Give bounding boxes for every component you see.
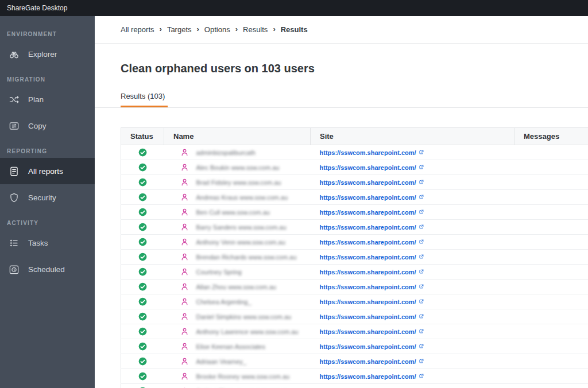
external-link-icon	[419, 209, 424, 216]
success-check-icon	[138, 327, 147, 336]
site-link[interactable]: https://sswcom.sharepoint.com/	[318, 239, 424, 246]
section-label-reporting: REPORTING	[0, 139, 95, 158]
sidebar-item-label: Explorer	[28, 50, 57, 59]
message-cell	[514, 309, 588, 324]
table-row[interactable]: Courtney Spring https://sswcom.sharepoin…	[121, 265, 588, 280]
breadcrumb-options[interactable]: Options	[204, 25, 230, 34]
site-link[interactable]: https://sswcom.sharepoint.com/	[318, 373, 424, 380]
column-header-messages[interactable]: Messages	[514, 128, 588, 145]
user-name: Alec Boukin www.ssw.com.au	[196, 164, 280, 171]
success-check-icon	[138, 312, 147, 321]
external-link-icon	[419, 343, 424, 350]
external-link-icon	[419, 328, 424, 335]
table-row[interactable]: Anthony Lawrence www.ssw.com.au https://…	[121, 324, 588, 339]
site-link[interactable]: https://sswcom.sharepoint.com/	[318, 179, 424, 186]
name-cell: Brendan Richards www.ssw.com.au	[164, 250, 311, 265]
sidebar-item-tasks[interactable]: Tasks	[0, 230, 95, 256]
external-link-icon	[419, 179, 424, 186]
message-cell	[514, 265, 588, 280]
status-cell	[121, 265, 164, 280]
message-cell	[514, 294, 588, 309]
site-link[interactable]: https://sswcom.sharepoint.com/	[318, 254, 424, 261]
table-row[interactable]: Brad Fidsley www.ssw.com.au https://sswc…	[121, 175, 588, 190]
site-link[interactable]: https://sswcom.sharepoint.com/	[318, 328, 424, 335]
tab-bar: Results (103)	[95, 91, 588, 107]
message-cell	[514, 220, 588, 235]
user-name: Courtney Spring	[196, 269, 242, 276]
site-cell: https://sswcom.sharepoint.com/	[311, 280, 514, 294]
shuffle-icon	[9, 94, 20, 105]
sidebar-item-security[interactable]: Security	[0, 184, 95, 211]
table-row[interactable]: Daniel Simpkins www.ssw.com.au https://s…	[121, 309, 588, 324]
site-link[interactable]: https://sswcom.sharepoint.com/	[318, 164, 424, 171]
site-link[interactable]: https://sswcom.sharepoint.com/	[318, 284, 424, 290]
site-link[interactable]: https://sswcom.sharepoint.com/	[318, 298, 424, 305]
chevron-right-icon: ›	[235, 25, 238, 33]
person-icon	[180, 178, 189, 187]
site-cell: https://sswcom.sharepoint.com/	[311, 190, 514, 205]
table-row[interactable]: Alec Boukin www.ssw.com.au https://sswco…	[121, 160, 588, 175]
external-link-icon	[419, 373, 424, 380]
table-row[interactable]: Brooke Rooney www.ssw.com.au https://ssw…	[121, 369, 588, 384]
site-link[interactable]: https://sswcom.sharepoint.com/	[318, 149, 424, 156]
message-cell	[514, 280, 588, 294]
user-name: Brad Fidsley www.ssw.com.au	[196, 179, 281, 186]
sidebar-item-all-reports[interactable]: All reports	[0, 158, 95, 184]
site-link-text: https://sswcom.sharepoint.com/	[320, 179, 416, 186]
app-title: ShareGate Desktop	[7, 4, 67, 12]
table-row[interactable]: Andreas Kraus www.ssw.com.au https://ssw…	[121, 190, 588, 205]
name-cell: Alec Boukin www.ssw.com.au	[164, 160, 311, 175]
table-row[interactable]: Barry Sanders www.ssw.com.au https://ssw…	[121, 220, 588, 235]
site-link[interactable]: https://sswcom.sharepoint.com/	[318, 269, 424, 276]
table-row[interactable]: Allan Zhou www.ssw.com.au https://sswcom…	[121, 280, 588, 294]
column-header-name[interactable]: Name	[164, 128, 311, 145]
table-row[interactable]: adminbizspaliburcath https://sswcom.shar…	[121, 145, 588, 160]
sidebar-item-scheduled[interactable]: Scheduled	[0, 256, 95, 282]
table-row[interactable]: Adriaan Vearney_ https://sswcom.sharepoi…	[121, 354, 588, 369]
tab-active-indicator	[121, 106, 168, 107]
binoculars-icon	[9, 49, 20, 60]
table-row[interactable]: Anthony Venn www.ssw.com.au https://sswc…	[121, 235, 588, 250]
external-link-icon	[419, 254, 424, 261]
breadcrumb-results[interactable]: Results	[243, 25, 268, 34]
site-link[interactable]: https://sswcom.sharepoint.com/	[318, 224, 424, 231]
tab-results[interactable]: Results (103)	[121, 92, 165, 107]
column-header-status[interactable]: Status	[121, 128, 164, 145]
table-row[interactable]: Brendan Richards www.ssw.com.au https://…	[121, 250, 588, 265]
site-link[interactable]: https://sswcom.sharepoint.com/	[318, 313, 424, 320]
site-link-text: https://sswcom.sharepoint.com/	[320, 164, 416, 171]
person-icon	[180, 342, 189, 351]
breadcrumb-targets[interactable]: Targets	[167, 25, 192, 34]
site-link[interactable]: https://sswcom.sharepoint.com/	[318, 209, 424, 216]
person-icon	[180, 297, 189, 306]
results-table: Status Name Site Messages adminbizspalib…	[121, 127, 588, 388]
table-row[interactable]: Ben Cull www.ssw.com.au https://sswcom.s…	[121, 205, 588, 220]
sidebar-item-explorer[interactable]: Explorer	[0, 41, 95, 67]
name-cell: Anthony Venn www.ssw.com.au	[164, 235, 311, 250]
sidebar-item-copy[interactable]: Copy	[0, 112, 95, 139]
site-link[interactable]: https://sswcom.sharepoint.com/	[318, 194, 424, 201]
external-link-icon	[419, 358, 424, 365]
user-name: Daniel Simpkins www.ssw.com.au	[196, 313, 292, 320]
site-link-text: https://sswcom.sharepoint.com/	[320, 254, 416, 261]
site-link[interactable]: https://sswcom.sharepoint.com/	[318, 343, 424, 350]
site-link[interactable]: https://sswcom.sharepoint.com/	[318, 358, 424, 365]
table-row[interactable]: Chelsea Argenting_ https://sswcom.sharep…	[121, 294, 588, 309]
column-header-site[interactable]: Site	[311, 128, 514, 145]
sidebar-item-plan[interactable]: Plan	[0, 86, 95, 112]
name-cell: Barry Sanders www.ssw.com.au	[164, 220, 311, 235]
person-icon	[180, 223, 189, 231]
page-title: Clean orphaned users on 103 users	[121, 62, 588, 75]
site-link-text: https://sswcom.sharepoint.com/	[320, 224, 416, 231]
status-cell	[121, 145, 164, 160]
name-cell: Anthony Lawrence www.ssw.com.au	[164, 324, 311, 339]
success-check-icon	[138, 193, 147, 201]
table-row[interactable]: Andrew Blems www.ssw.com.au https://sswc…	[121, 384, 588, 388]
table-row[interactable]: Elise Keenan Associates https://sswcom.s…	[121, 339, 588, 354]
window-titlebar: ShareGate Desktop	[0, 0, 588, 16]
site-cell: https://sswcom.sharepoint.com/	[311, 324, 514, 339]
status-cell	[121, 384, 164, 388]
breadcrumb-all-reports[interactable]: All reports	[121, 25, 154, 34]
success-check-icon	[138, 238, 147, 246]
site-link-text: https://sswcom.sharepoint.com/	[320, 209, 416, 216]
